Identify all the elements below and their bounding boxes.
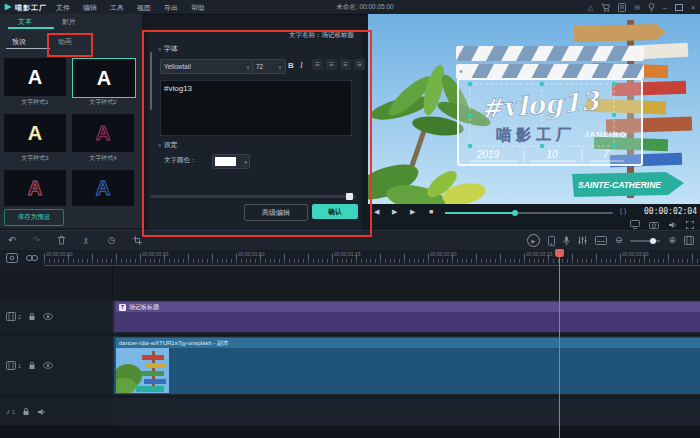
zoom-fit-icon[interactable] [684,236,694,245]
menu-help[interactable]: 帮助 [191,3,205,13]
subtab-presets[interactable]: 预设 [12,37,26,47]
font-family-dropdown[interactable]: Yellowtail ∨ [160,59,254,74]
preset-style-6[interactable]: A [72,170,134,206]
eye-icon[interactable] [43,362,53,369]
editor-scrollbar-horizontal[interactable] [150,195,356,198]
font-size-dropdown[interactable]: 72 ∨ [252,59,286,74]
font-section-header[interactable]: ∨ 字体 [158,44,178,54]
confirm-button[interactable]: 确认 [312,204,358,219]
zoom-out-icon[interactable]: ⊖ [615,236,623,245]
zoom-slider-knob[interactable] [650,238,656,244]
render-preview-icon[interactable]: ▶ [527,234,540,247]
text-content-input[interactable]: #vlog13 [160,80,352,136]
menu-view[interactable]: 视图 [137,3,151,13]
bold-button[interactable]: B [288,61,294,70]
align-left-button[interactable]: ≡ [312,59,323,70]
eye-icon[interactable] [43,313,53,320]
lock-icon[interactable] [28,312,36,321]
close-button[interactable]: × [691,4,695,11]
video-clip[interactable]: dancer-idia-wXTUR1s7jg-unsplash - 副本 [114,337,700,394]
volume-icon[interactable] [668,221,677,229]
preset-style-2-selected[interactable]: A [72,58,136,98]
timeline-bottom-strip [0,426,700,438]
mark-in-out-icon[interactable]: ( ) [620,208,626,215]
preset-style-4[interactable]: A [72,114,134,152]
display-settings-icon[interactable] [630,220,640,229]
previous-frame-button[interactable]: ◀ [374,208,379,216]
play-button[interactable]: ▶ [392,208,397,216]
audio-mixer-icon[interactable] [578,236,587,245]
advanced-edit-button[interactable]: 高级编辑 [244,204,308,221]
settings-section-header[interactable]: ∨ 设定 [158,140,178,150]
video-clip-label: dancer-idia-wXTUR1s7jg-unsplash - 副本 [119,339,229,348]
voiceover-mic-icon[interactable] [563,236,570,246]
preset-glyph: A [28,66,42,89]
preview-tools [630,220,694,229]
menu-tools[interactable]: 工具 [110,3,124,13]
playhead-line[interactable] [559,250,560,438]
align-right-button[interactable]: ≡ [340,59,351,70]
clapper-studio-text[interactable]: 喵影工厂 [496,126,576,143]
timeline-ruler[interactable]: 00:00:00:00 00:00:00:15 00:00:01:00 00:0… [0,250,700,266]
text-clip[interactable]: T 场记板标题 [114,301,700,332]
link-clips-icon[interactable] [26,254,38,262]
undo-button[interactable]: ↶ [8,235,16,245]
sign-janeiro-text: JANEIRO [584,130,627,139]
fullscreen-icon[interactable] [686,221,694,229]
text-track-lane[interactable]: T 场记板标题 [112,300,700,333]
menu-file[interactable]: 文件 [56,3,70,13]
playback-slider-knob[interactable] [512,210,518,216]
preset-style-1[interactable]: A [4,58,66,96]
snapshot-camera-icon[interactable] [649,221,659,229]
preview-player[interactable]: #vlog13 喵影工厂 JANEIRO 2019 10 7 SAINTE-CA… [368,14,700,204]
audio-track-lane[interactable] [112,398,700,425]
subtitle-cc-icon[interactable] [595,236,607,245]
lock-icon[interactable] [22,407,30,416]
timeline-zoom-slider[interactable] [630,240,660,242]
editor-scrollbar-vertical[interactable] [150,52,152,110]
save-as-preset-button[interactable]: 保存为预设 [4,209,64,226]
video-track-lane[interactable]: dancer-idia-wXTUR1s7jg-unsplash - 副本 [112,336,700,395]
scrollbar-handle[interactable] [346,193,353,200]
crop-icon[interactable] [133,236,142,245]
redo-button[interactable]: ↷ [33,235,41,245]
menu-export[interactable]: 导出 [164,3,178,13]
speed-duration-icon[interactable]: ◷ [108,236,116,245]
text-clip-header: T 场记板标题 [116,302,700,312]
track-number: 2 [18,314,21,320]
lock-icon[interactable] [28,361,36,370]
clapper-month-text: 10 [546,149,558,160]
preset-style-3[interactable]: A [4,114,66,152]
align-center-button[interactable]: ≡ [326,59,337,70]
record-device-icon[interactable] [548,236,555,246]
playback-slider-fill [445,212,515,214]
speaker-icon[interactable] [37,408,46,416]
playhead-handle[interactable] [555,249,564,257]
menu-edit[interactable]: 编辑 [83,3,97,13]
chevron-down-icon: ∨ [246,64,250,70]
split-scissors-icon[interactable]: ✂ [82,236,91,244]
cart-icon[interactable] [601,3,610,12]
manage-tracks-icon[interactable] [6,253,18,263]
playback-slider[interactable] [445,212,613,214]
notification-icon[interactable]: △ [588,4,593,11]
next-frame-button[interactable]: ▶ [410,208,415,216]
clipboard-icon[interactable] [618,3,626,12]
minimize-button[interactable]: – [663,4,667,11]
zoom-in-icon[interactable]: ⊕ [668,236,676,245]
maximize-button[interactable] [675,4,683,11]
subtab-animation[interactable]: 动画 [58,37,72,47]
color-swatch-fill [215,157,236,166]
text-color-swatch[interactable]: ▾ [212,154,250,169]
mail-icon[interactable]: ✉ [634,4,640,11]
preset-label-3: 文字样式3 [4,154,66,163]
tab-text[interactable]: 文本 [18,17,32,27]
stop-button[interactable]: ■ [429,208,433,215]
bulb-icon[interactable] [648,3,655,12]
sign-sainte-text: SAINTE-CATHERINE [578,180,661,190]
tab-media[interactable]: 影片 [62,17,76,27]
italic-button[interactable]: I [300,61,303,70]
align-justify-button[interactable]: ≡ [354,59,365,70]
preset-style-5[interactable]: A [4,170,66,206]
delete-icon[interactable] [57,235,66,245]
